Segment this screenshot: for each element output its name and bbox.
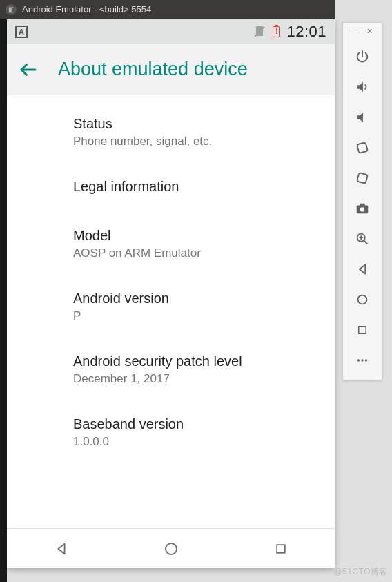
- svg-point-6: [360, 207, 364, 211]
- minimize-button[interactable]: —: [352, 27, 360, 36]
- nav-overview-button[interactable]: [274, 542, 288, 556]
- svg-rect-4: [357, 173, 368, 184]
- svg-point-12: [358, 295, 367, 304]
- item-title: Android version: [73, 291, 324, 307]
- rotate-right-icon[interactable]: [349, 164, 376, 192]
- list-item-model[interactable]: Model AOSP on ARM Emulator: [7, 213, 335, 275]
- android-status-bar[interactable]: A ! 12:01: [7, 19, 335, 44]
- back-button[interactable]: [18, 59, 39, 80]
- list-item-baseband[interactable]: Baseband version 1.0.0.0: [7, 401, 335, 464]
- no-sim-icon: [253, 26, 266, 37]
- home-icon[interactable]: [349, 286, 376, 313]
- svg-point-14: [357, 359, 360, 361]
- item-title: Model: [73, 228, 324, 244]
- svg-point-16: [365, 359, 367, 361]
- page-title: About emulated device: [58, 59, 248, 80]
- list-item-status[interactable]: Status Phone number, signal, etc.: [7, 101, 335, 164]
- overview-icon[interactable]: [349, 316, 376, 344]
- volume-up-icon[interactable]: [349, 73, 376, 101]
- volume-down-icon[interactable]: [349, 104, 376, 131]
- emulator-device-screen: A ! 12:01 About emulated device Status P…: [7, 19, 335, 568]
- item-subtitle: AOSP on ARM Emulator: [73, 246, 324, 260]
- item-title: Legal information: [73, 179, 324, 195]
- item-subtitle: Phone number, signal, etc.: [73, 135, 324, 148]
- emulator-side-toolbar: — ✕: [342, 22, 382, 380]
- svg-point-15: [361, 359, 363, 361]
- svg-point-1: [166, 543, 177, 554]
- close-button[interactable]: ✕: [366, 27, 373, 36]
- nav-home-button[interactable]: [163, 541, 179, 557]
- item-title: Baseband version: [73, 416, 324, 432]
- svg-rect-13: [359, 327, 366, 334]
- item-subtitle: 1.0.0.0: [73, 435, 324, 449]
- item-subtitle: December 1, 2017: [73, 372, 324, 386]
- list-item-android-version[interactable]: Android version P: [7, 275, 335, 338]
- settings-list[interactable]: Status Phone number, signal, etc. Legal …: [7, 95, 335, 528]
- item-subtitle: P: [73, 309, 324, 323]
- list-item-security-patch[interactable]: Android security patch level December 1,…: [7, 338, 335, 401]
- nav-back-button[interactable]: [54, 541, 69, 556]
- status-clock: 12:01: [286, 23, 326, 41]
- camera-icon[interactable]: [349, 195, 376, 222]
- app-bar: About emulated device: [7, 44, 335, 95]
- power-icon[interactable]: [349, 43, 376, 70]
- watermark: @51CTO博客: [333, 566, 388, 578]
- background-sliver: [0, 19, 7, 582]
- svg-rect-7: [360, 204, 364, 206]
- svg-line-9: [364, 241, 368, 244]
- item-title: Android security patch level: [73, 353, 324, 369]
- host-title: Android Emulator - <build>:5554: [22, 4, 151, 14]
- rotate-left-icon[interactable]: [349, 134, 376, 162]
- svg-rect-2: [277, 545, 285, 553]
- status-indicator-icon: A: [15, 26, 28, 38]
- host-app-icon: ◧: [6, 4, 17, 15]
- more-icon[interactable]: [349, 347, 376, 374]
- android-nav-bar: [7, 528, 335, 568]
- item-title: Status: [73, 116, 324, 132]
- svg-rect-3: [357, 142, 368, 153]
- zoom-in-icon[interactable]: [349, 225, 376, 253]
- host-titlebar: ◧ Android Emulator - <build>:5554: [0, 0, 335, 19]
- list-item-legal[interactable]: Legal information: [7, 164, 335, 213]
- battery-low-icon: !: [273, 26, 280, 37]
- back-icon[interactable]: [349, 255, 376, 283]
